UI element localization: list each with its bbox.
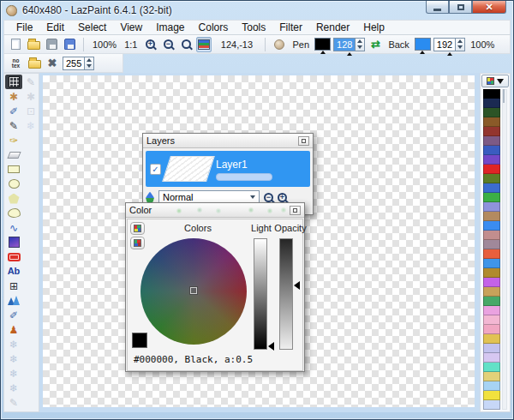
layer-opacity-slider[interactable]	[216, 173, 272, 181]
palette-swatch-23[interactable]	[483, 297, 500, 306]
tool-hand[interactable]: ✱	[5, 89, 22, 104]
light-slider[interactable]	[254, 238, 267, 350]
tool-pen[interactable]: ✎	[5, 118, 22, 133]
pen-style-button[interactable]	[272, 37, 287, 52]
tool-colorpicker[interactable]: ✐	[5, 104, 22, 118]
palette-swatch-32[interactable]	[483, 381, 500, 391]
palette-swatch-10[interactable]	[483, 174, 500, 183]
palette-swatch-33[interactable]	[483, 391, 500, 400]
palette-swatch-9[interactable]	[483, 165, 500, 174]
color-wheel[interactable]	[140, 238, 247, 345]
palette-scrollbar[interactable]	[502, 89, 507, 410]
tool-brush[interactable]: ✑	[5, 133, 22, 147]
back-opacity-value[interactable]: 192	[433, 38, 456, 51]
menu-filter[interactable]: Filter	[272, 21, 309, 34]
opacity-slider[interactable]	[279, 238, 293, 350]
palette-swatch-16[interactable]	[483, 231, 500, 240]
tool-ellipse[interactable]	[5, 177, 22, 191]
pen-opacity-value[interactable]: 128	[333, 38, 356, 51]
palette-swatch-5[interactable]	[483, 127, 500, 136]
palette-swatch-14[interactable]	[483, 212, 500, 221]
spinner-up-button[interactable]	[85, 57, 93, 63]
palette-swatch-12[interactable]	[483, 193, 500, 202]
tool-gradient[interactable]	[5, 235, 22, 249]
zoom-out-button[interactable]: −	[160, 37, 176, 52]
layer-thumbnail[interactable]	[162, 156, 215, 182]
tool-clone-stamp[interactable]: ♟	[5, 322, 22, 337]
open-button[interactable]	[26, 37, 41, 52]
tool-polygon[interactable]	[5, 191, 22, 206]
palette-swatch-26[interactable]	[483, 325, 500, 334]
back-color-swatch[interactable]	[415, 38, 431, 51]
palette-swatch-24[interactable]	[483, 306, 500, 315]
palette-swatch-31[interactable]	[483, 372, 500, 381]
spinner-down-button[interactable]	[356, 45, 364, 51]
zoom-in-button[interactable]: +	[142, 37, 158, 52]
tool-rectangle[interactable]	[5, 162, 22, 177]
new-image-button[interactable]	[8, 37, 23, 52]
layers-zoom-in-button[interactable]: +	[278, 193, 287, 202]
tool-text[interactable]: Ab	[5, 264, 22, 279]
palette-swatch-15[interactable]	[483, 221, 500, 231]
tool-deformation[interactable]	[5, 249, 22, 264]
tool-layer-mapping[interactable]	[5, 293, 22, 308]
zoom-1-1-button[interactable]: 1:1	[122, 39, 140, 50]
light-slider-marker[interactable]	[268, 342, 274, 351]
palette-swatch-13[interactable]	[483, 202, 500, 212]
pen-color-swatch[interactable]	[314, 38, 331, 51]
menu-render[interactable]: Render	[309, 21, 356, 34]
palette-swatch-27[interactable]	[483, 334, 500, 344]
palette-swatch-2[interactable]	[483, 99, 500, 108]
palette-swatch-17[interactable]	[483, 240, 500, 249]
layers-close-button[interactable]	[298, 136, 309, 146]
spinner-up-button[interactable]	[356, 39, 364, 45]
palette-swatch-3[interactable]	[483, 108, 500, 117]
tool-curve[interactable]: ∿	[5, 220, 22, 235]
menu-view[interactable]: View	[113, 21, 149, 34]
color-wheel-cursor[interactable]	[190, 287, 197, 294]
palette-swatch-22[interactable]	[483, 287, 500, 297]
save-button[interactable]	[44, 37, 59, 52]
tool-freehand-shape[interactable]	[5, 206, 22, 220]
zoom-fit-button[interactable]	[178, 37, 194, 52]
save-as-button[interactable]	[62, 37, 77, 52]
palette-swatch-30[interactable]	[483, 363, 500, 372]
palette-swatch-21[interactable]	[483, 278, 500, 287]
zoom-level-label[interactable]: 100%	[90, 39, 119, 50]
minimize-button[interactable]	[426, 1, 449, 14]
spinner-down-button[interactable]	[85, 63, 93, 69]
swap-colors-button[interactable]: ⇄	[368, 37, 383, 52]
layers-panel-titlebar[interactable]: Layers	[143, 134, 313, 148]
current-color-swatch[interactable]	[132, 333, 147, 348]
palette-swatch-4[interactable]	[483, 117, 500, 127]
palette-swatch-19[interactable]	[483, 259, 500, 268]
tool-eyedropper[interactable]: ✐	[5, 308, 22, 322]
menu-tools[interactable]: Tools	[235, 21, 272, 34]
palette-swatch-1[interactable]	[483, 89, 500, 99]
palette-swatch-20[interactable]	[483, 268, 500, 278]
texture-opacity-value[interactable]: 255	[63, 57, 85, 70]
spinner-up-button[interactable]	[456, 39, 464, 45]
menu-file[interactable]: File	[9, 21, 39, 34]
palette-swatch-25[interactable]	[483, 315, 500, 325]
menu-colors[interactable]: Colors	[192, 21, 236, 34]
palette-swatch-18[interactable]	[483, 249, 500, 259]
close-button[interactable]: ✕	[472, 1, 506, 14]
menu-edit[interactable]: Edit	[39, 21, 71, 34]
palette-swatch-8[interactable]	[483, 155, 500, 165]
no-texture-button[interactable]: no tex	[8, 56, 24, 71]
spinner-down-button[interactable]	[456, 45, 464, 51]
palette-swatch-11[interactable]	[483, 183, 500, 193]
maximize-button[interactable]	[449, 1, 472, 14]
remove-texture-button[interactable]: ✖	[45, 56, 60, 71]
palette-swatch-7[interactable]	[483, 146, 500, 155]
layer-visibility-checkbox[interactable]: ✓	[150, 164, 161, 175]
palette-reset-button[interactable]	[130, 237, 145, 249]
view-layers-button[interactable]	[196, 37, 212, 52]
load-texture-button[interactable]	[27, 56, 42, 71]
tool-toolbox-grid[interactable]	[5, 75, 22, 89]
layers-zoom-out-button[interactable]: −	[264, 193, 273, 202]
opacity-slider-marker[interactable]	[294, 281, 300, 290]
palette-swatch-6[interactable]	[483, 136, 500, 146]
palette-swatch-29[interactable]	[483, 353, 500, 363]
